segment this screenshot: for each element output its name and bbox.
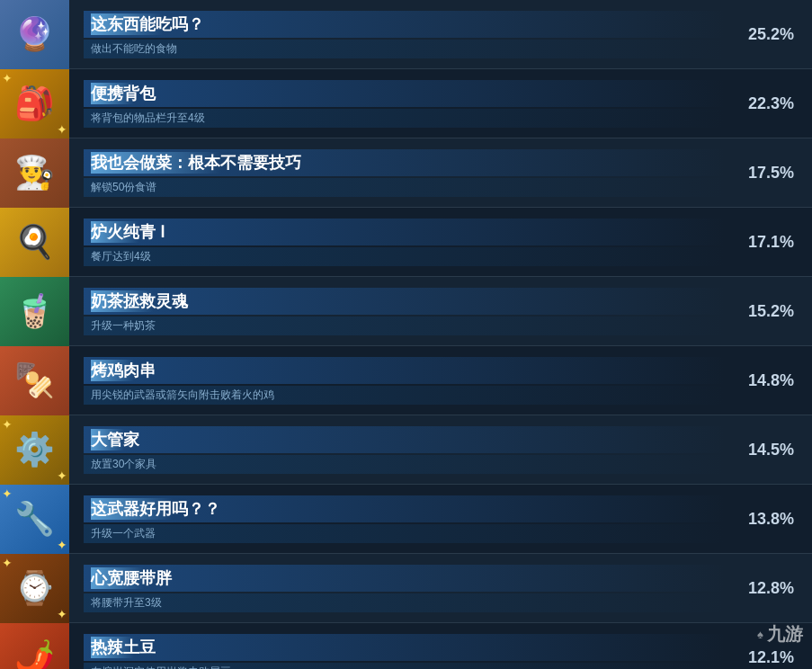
achievement-title-bar: 心宽腰带胖 bbox=[84, 565, 726, 592]
achievement-percent: 15.2% bbox=[740, 302, 812, 321]
achievement-title: 这武器好用吗？？ bbox=[91, 498, 228, 520]
watermark-logo: 九游 bbox=[767, 622, 803, 647]
sparkle-icon: ✦ bbox=[57, 538, 67, 552]
achievement-icon: ⌚ ✦ ✦ bbox=[0, 554, 69, 623]
sparkle-icon: ✦ bbox=[2, 486, 13, 501]
achievement-title: 心宽腰带胖 bbox=[91, 567, 179, 589]
achievement-emoji: 👨‍🍳 bbox=[14, 154, 55, 192]
achievement-icon: 👨‍🍳 bbox=[0, 138, 69, 208]
achievement-title: 大管家 bbox=[91, 429, 147, 450]
achievement-title-bar: 炉火纯青 Ⅰ bbox=[84, 219, 726, 245]
achievement-emoji: 🧋 bbox=[14, 292, 55, 330]
achievement-item[interactable]: 🎒 ✦ ✦ 便携背包 将背包的物品栏升至4级 22.3% bbox=[0, 69, 812, 138]
achievement-desc: 做出不能吃的食物 bbox=[84, 40, 726, 58]
achievement-desc: 将腰带升至3级 bbox=[84, 593, 726, 612]
achievement-emoji: ⌚ bbox=[14, 569, 55, 607]
achievement-title: 奶茶拯救灵魂 bbox=[91, 290, 195, 312]
achievement-icon-inner: 🍢 bbox=[0, 346, 69, 415]
achievement-desc: 放置30个家具 bbox=[84, 455, 726, 474]
achievement-percent: 22.3% bbox=[740, 94, 812, 113]
achievement-icon: 🌶️ bbox=[0, 623, 69, 670]
achievement-icon: 🔮 bbox=[0, 0, 69, 69]
achievement-icon: 🎒 ✦ ✦ bbox=[0, 69, 69, 138]
achievement-emoji: 🍳 bbox=[14, 223, 55, 261]
achievement-percent: 12.8% bbox=[740, 579, 812, 598]
achievement-title-bar: 这武器好用吗？？ bbox=[84, 495, 726, 522]
achievement-title-bar: 便携背包 bbox=[84, 80, 726, 107]
achievement-desc: 解锁50份食谱 bbox=[84, 178, 726, 197]
sparkle-icon: ✦ bbox=[2, 556, 13, 570]
achievement-icon-inner: 🧋 bbox=[0, 277, 69, 346]
achievement-emoji: 🔮 bbox=[14, 15, 55, 53]
achievement-item[interactable]: ⚙️ ✦ ✦ 大管家 放置30个家具 14.5% bbox=[0, 415, 812, 485]
achievement-title: 炉火纯青 Ⅰ bbox=[91, 221, 172, 243]
achievement-desc: 升级一种奶茶 bbox=[84, 317, 726, 335]
achievement-percent: 25.2% bbox=[740, 25, 812, 44]
achievement-item[interactable]: 🔮 这东西能吃吗？ 做出不能吃的食物 25.2% bbox=[0, 0, 812, 69]
achievement-icon: 🍢 bbox=[0, 346, 69, 415]
achievement-title: 烤鸡肉串 bbox=[91, 360, 163, 381]
sparkle-icon: ✦ bbox=[2, 417, 13, 432]
achievement-title-bar: 这东西能吃吗？ bbox=[84, 11, 726, 38]
achievement-icon-inner: 🌶️ bbox=[0, 623, 69, 670]
achievement-item[interactable]: 🧋 奶茶拯救灵魂 升级一种奶茶 15.2% bbox=[0, 277, 812, 346]
sparkle-icon: ✦ bbox=[2, 71, 13, 85]
achievement-info: 炉火纯青 Ⅰ 餐厅达到4级 bbox=[69, 219, 740, 266]
achievement-info: 我也会做菜：根本不需要技巧 解锁50份食谱 bbox=[69, 149, 740, 197]
achievement-info: 烤鸡肉串 用尖锐的武器或箭矢向附击败着火的鸡 bbox=[69, 357, 740, 405]
achievement-title-bar: 烤鸡肉串 bbox=[84, 357, 726, 384]
achievement-title: 这东西能吃吗？ bbox=[91, 13, 211, 35]
achievement-item[interactable]: 🔧 ✦ ✦ 这武器好用吗？？ 升级一个武器 13.8% bbox=[0, 485, 812, 554]
achievement-icon: ⚙️ ✦ ✦ bbox=[0, 415, 69, 485]
achievement-info: 奶茶拯救灵魂 升级一种奶茶 bbox=[69, 288, 740, 335]
achievement-info: 这武器好用吗？？ 升级一个武器 bbox=[69, 495, 740, 543]
achievement-desc: 将背包的物品栏升至4级 bbox=[84, 109, 726, 128]
achievement-info: 这东西能吃吗？ 做出不能吃的食物 bbox=[69, 11, 740, 58]
watermark-text: ♠ 九游 bbox=[757, 622, 803, 647]
achievement-percent: 17.1% bbox=[740, 233, 812, 252]
achievement-desc: 餐厅达到4级 bbox=[84, 247, 726, 266]
watermark-symbol: ♠ bbox=[757, 628, 763, 641]
achievement-title: 便携背包 bbox=[91, 83, 163, 104]
achievement-emoji: ⚙️ bbox=[14, 431, 55, 468]
achievement-item[interactable]: 🍢 烤鸡肉串 用尖锐的武器或箭矢向附击败着火的鸡 14.8% bbox=[0, 346, 812, 415]
achievement-icon: 🔧 ✦ ✦ bbox=[0, 485, 69, 554]
achievement-title: 热辣土豆 bbox=[91, 637, 163, 658]
sparkle-icon: ✦ bbox=[57, 468, 67, 483]
achievement-info: 大管家 放置30个家具 bbox=[69, 426, 740, 474]
achievement-percent: 17.5% bbox=[740, 164, 812, 183]
achievement-icon-inner: 👨‍🍳 bbox=[0, 138, 69, 208]
achievement-title: 我也会做菜：根本不需要技巧 bbox=[91, 152, 308, 174]
sparkle-icon: ✦ bbox=[57, 122, 67, 137]
achievement-percent: 13.8% bbox=[740, 510, 812, 529]
achievement-title-bar: 奶茶拯救灵魂 bbox=[84, 288, 726, 315]
achievement-emoji: 🎒 bbox=[14, 85, 55, 122]
achievement-desc: 升级一个武器 bbox=[84, 524, 726, 543]
achievement-title-bar: 我也会做菜：根本不需要技巧 bbox=[84, 149, 726, 176]
achievement-list: 🔮 这东西能吃吗？ 做出不能吃的食物 25.2% 🎒 ✦ ✦ 便携背包 将背包的… bbox=[0, 0, 812, 669]
achievement-title-bar: 热辣土豆 bbox=[84, 634, 726, 661]
achievement-desc: 在熔岩洞穴使用岩浆击败屋豆 bbox=[84, 663, 726, 670]
achievement-item[interactable]: 👨‍🍳 我也会做菜：根本不需要技巧 解锁50份食谱 17.5% bbox=[0, 138, 812, 208]
achievement-info: 便携背包 将背包的物品栏升至4级 bbox=[69, 80, 740, 128]
achievement-icon-inner: 🔮 bbox=[0, 0, 69, 69]
achievement-title-bar: 大管家 bbox=[84, 426, 726, 453]
achievement-emoji: 🔧 bbox=[14, 500, 55, 538]
achievement-emoji: 🌶️ bbox=[14, 638, 55, 669]
achievement-percent: 14.8% bbox=[740, 371, 812, 390]
achievement-icon: 🧋 bbox=[0, 277, 69, 346]
watermark: ♠ 九游 bbox=[632, 600, 812, 669]
sparkle-icon: ✦ bbox=[57, 607, 67, 621]
achievement-desc: 用尖锐的武器或箭矢向附击败着火的鸡 bbox=[84, 386, 726, 405]
achievement-item[interactable]: 🍳 炉火纯青 Ⅰ 餐厅达到4级 17.1% bbox=[0, 208, 812, 277]
achievement-icon: 🍳 bbox=[0, 208, 69, 277]
achievement-emoji: 🍢 bbox=[14, 361, 55, 399]
achievement-percent: 14.5% bbox=[740, 441, 812, 459]
achievement-icon-inner: 🍳 bbox=[0, 208, 69, 277]
